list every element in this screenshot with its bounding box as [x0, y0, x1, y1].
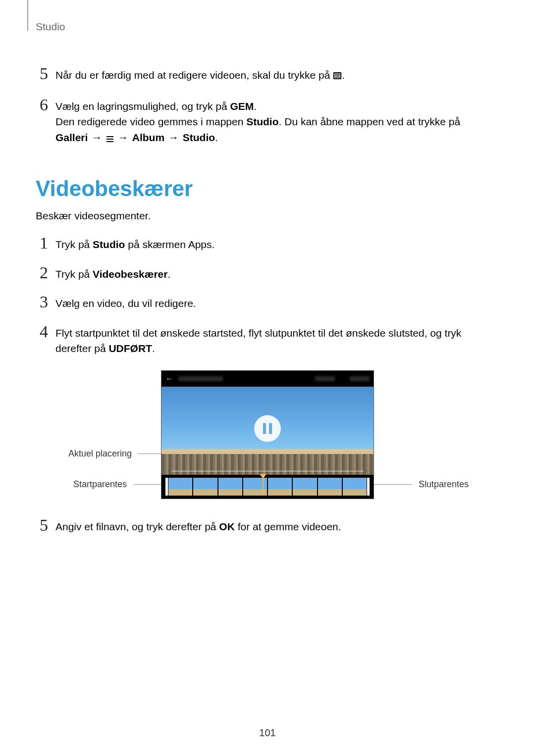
timeline-indicator: [171, 471, 364, 471]
back-icon: ←: [165, 374, 173, 383]
thumbnail: [343, 478, 367, 496]
step-number: 4: [40, 323, 55, 340]
thumbnail: [268, 478, 292, 496]
step-number: 3: [40, 294, 55, 310]
step-text: Vælg en video, du vil redigere.: [55, 296, 495, 311]
svg-point-5: [338, 72, 340, 74]
header-rule: [27, 0, 28, 31]
text: . Du kan åbne mappen ved at trykke på: [279, 116, 461, 127]
text: .: [215, 132, 218, 143]
text-bold: Album: [132, 132, 164, 143]
thumbnail: [193, 478, 217, 496]
text: .: [342, 69, 345, 81]
text-bold: UDFØRT: [108, 343, 152, 354]
step-number: 5: [40, 65, 55, 82]
step-text: Flyt startpunktet til det ønskede starts…: [55, 325, 495, 356]
arrow-icon: →: [92, 130, 102, 146]
arrow-icon: →: [168, 130, 179, 146]
step-5: 5 Angiv et filnavn, og tryk derefter på …: [40, 519, 495, 535]
menu-icon: [106, 131, 114, 147]
trim-brackets: [165, 478, 370, 496]
text-bold: Videobeskærer: [93, 268, 167, 280]
thumbnail: [168, 478, 192, 496]
step-4: 4 Flyt startpunktet til det ønskede star…: [40, 325, 495, 356]
blurred-action: [350, 376, 370, 381]
step-text: Tryk på Videobeskærer.: [55, 266, 495, 282]
section-intro: Beskær videosegmenter.: [36, 210, 495, 222]
text: Den redigerede video gemmes i mappen: [55, 116, 246, 127]
text: Når du er færdig med at redigere videoen…: [55, 69, 333, 81]
text-bold: Studio: [246, 116, 278, 127]
video-trimmer-screenshot: ←: [161, 370, 374, 499]
text: .: [167, 268, 170, 280]
thumbnail: [218, 478, 242, 496]
text: Tryk på: [55, 268, 93, 280]
playhead-line: [263, 479, 264, 496]
pause-icon: [263, 423, 272, 434]
step-text: Angiv et filnavn, og tryk derefter på OK…: [55, 519, 495, 535]
pause-button: [254, 415, 281, 442]
blurred-action: [315, 376, 335, 381]
figure: Aktuel placering Startparentes Slutparen…: [40, 370, 495, 499]
playhead-icon: [260, 474, 267, 479]
thumbnail-row: [161, 475, 374, 499]
header-section-title: Studio: [36, 21, 495, 33]
arrow-icon: →: [118, 130, 128, 146]
section-heading: Videobeskærer: [36, 176, 495, 201]
callout-end: Slutparentes: [419, 479, 469, 490]
thumbnail: [293, 478, 317, 496]
callout-current: Aktuel placering: [68, 449, 132, 459]
text: Vælg en video, du vil redigere.: [55, 298, 196, 309]
callout-start: Startparentes: [73, 479, 127, 490]
text: på skærmen Apps.: [125, 239, 214, 250]
step-number: 2: [40, 264, 55, 281]
export-icon: [333, 69, 342, 85]
text: Tryk på: [55, 239, 93, 250]
text: for at gemme videoen.: [235, 521, 341, 532]
text: .: [254, 101, 257, 112]
step-number: 6: [40, 97, 55, 113]
callout-line: [373, 484, 412, 485]
text-bold: Studio: [183, 132, 215, 143]
step-text: Når du er færdig med at redigere videoen…: [55, 67, 495, 85]
text-bold: Studio: [93, 239, 125, 250]
svg-point-4: [335, 72, 337, 74]
page-number: 101: [0, 727, 535, 739]
step-number: 5: [40, 517, 55, 534]
thumbnail: [318, 478, 342, 496]
step-6-top: 6 Vælg en lagringsmulighed, og tryk på G…: [40, 99, 495, 147]
text-bold: OK: [219, 521, 235, 532]
step-3: 3 Vælg en video, du vil redigere.: [40, 296, 495, 311]
text: Vælg en lagringsmulighed, og tryk på: [55, 101, 230, 112]
text: Angiv et filnavn, og tryk derefter på: [55, 521, 219, 532]
video-preview: [161, 387, 374, 476]
text-bold: GEM: [230, 101, 254, 112]
step-2: 2 Tryk på Videobeskærer.: [40, 266, 495, 282]
text-bold: Galleri: [55, 132, 88, 143]
step-text: Vælg en lagringsmulighed, og tryk på GEM…: [55, 99, 495, 147]
step-text: Tryk på Studio på skærmen Apps.: [55, 237, 495, 252]
blurred-title: [178, 376, 223, 381]
screenshot-topbar: ←: [161, 371, 374, 387]
text: .: [152, 343, 155, 354]
beach-scene: [161, 454, 374, 476]
step-5-top: 5 Når du er færdig med at redigere video…: [40, 67, 495, 85]
step-number: 1: [40, 235, 55, 252]
step-1: 1 Tryk på Studio på skærmen Apps.: [40, 237, 495, 252]
